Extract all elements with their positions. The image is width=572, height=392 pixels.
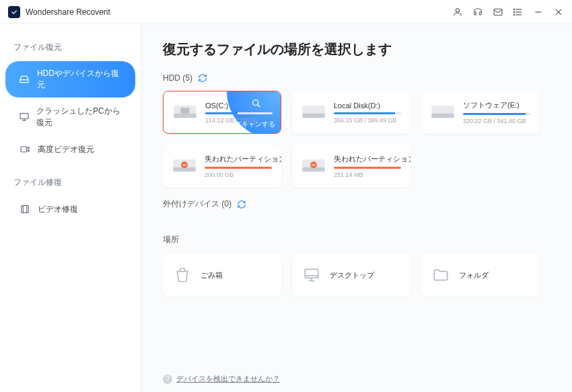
titlebar-left: Wondershare Recoverit (8, 6, 110, 18)
svg-rect-25 (302, 114, 324, 118)
titlebar-controls (452, 7, 564, 17)
drive-name: Local Disk(D:) (334, 102, 401, 110)
main: ファイル復元 HDDやデバイスから復元 クラッシュしたPCから復元 高度ビデオ復… (0, 24, 572, 392)
location-label: ごみ箱 (201, 270, 223, 280)
drive-usage-bar (463, 113, 530, 115)
svg-rect-27 (431, 114, 454, 118)
drive-name: ソフトウェア(E:) (463, 100, 530, 110)
drive-usage-bar (334, 167, 401, 169)
scan-button[interactable]: スキャンする (235, 120, 275, 129)
sidebar-item-label: HDDやデバイスから復元 (37, 68, 122, 91)
desktop-icon (301, 265, 322, 285)
drive-usage-bar (205, 167, 272, 169)
svg-rect-11 (20, 80, 28, 83)
location-folder[interactable]: フォルダ (421, 253, 540, 297)
app-logo (8, 6, 20, 18)
sidebar-item-crash[interactable]: クラッシュしたPCから復元 (5, 99, 135, 135)
location-trash[interactable]: ごみ箱 (163, 253, 281, 297)
drive-capacity: 251.14 MB (334, 171, 402, 178)
trash-icon (172, 265, 192, 285)
group-external-header: 外付けデバイス (0) (163, 198, 550, 210)
drive-row-1: OS(C:) 114.12 GB / 238.00 スキャンする Local D… (163, 91, 550, 134)
svg-rect-31 (183, 165, 186, 166)
location-desktop[interactable]: デスクトップ (292, 253, 410, 297)
hdd-windows-icon (172, 102, 199, 122)
app-title: Wondershare Recoverit (26, 7, 110, 17)
hdd-icon (300, 102, 327, 122)
svg-rect-23 (180, 108, 189, 113)
sidebar-item-label: 高度ビデオ復元 (38, 144, 94, 155)
drive-card-e[interactable]: ソフトウェア(E:) 320.22 GB / 341.80 GB (421, 91, 540, 134)
group-hdd-label: HDD (5) (163, 73, 192, 83)
drive-name: OS(C:) (205, 102, 273, 110)
help-bar: ? デバイスを検出できませんか？ (163, 374, 280, 384)
drive-card-os-c[interactable]: OS(C:) 114.12 GB / 238.00 スキャンする (163, 91, 281, 134)
content-area: 復元するファイルの場所を選択します HDD (5) OS(C:) 114.12 … (141, 24, 572, 392)
monitor-icon (19, 111, 30, 123)
hdd-lost-icon (171, 156, 198, 176)
group-locations-label: 場所 (163, 234, 179, 245)
close-icon[interactable] (553, 7, 564, 17)
hdd-lost-icon (300, 156, 327, 176)
sidebar-item-video-repair[interactable]: ビデオ修復 (5, 196, 135, 222)
location-label: フォルダ (459, 270, 489, 280)
svg-rect-1 (494, 9, 502, 15)
drive-capacity: 356.15 GB / 389.49 GB (334, 117, 401, 124)
location-label: デスクトップ (330, 270, 374, 280)
drive-capacity: 200.00 GB (205, 171, 273, 178)
svg-rect-36 (305, 269, 318, 278)
drive-capacity: 320.22 GB / 341.80 GB (463, 118, 530, 124)
support-icon[interactable] (472, 7, 483, 17)
help-link[interactable]: デバイスを検出できませんか？ (176, 374, 280, 384)
group-hdd-header: HDD (5) (163, 73, 550, 83)
sidebar-item-hdd[interactable]: HDDやデバイスから復元 (5, 61, 135, 97)
svg-rect-15 (21, 147, 27, 152)
film-icon (19, 203, 31, 215)
locations-row: ごみ箱 デスクトップ フォルダ (163, 253, 550, 297)
refresh-icon[interactable] (237, 200, 246, 209)
refresh-icon[interactable] (198, 73, 207, 83)
page-title: 復元するファイルの場所を選択します (163, 40, 550, 58)
drive-icon (19, 73, 30, 85)
drive-name: 失われたパーティション 1 (205, 154, 273, 164)
drive-usage-bar (334, 112, 401, 114)
titlebar: Wondershare Recoverit (0, 0, 572, 24)
svg-rect-16 (22, 206, 29, 213)
drive-card-lost-2[interactable]: 失われたパーティション 2 251.14 MB (292, 145, 410, 188)
sidebar-section-repair: ファイル修復 (0, 171, 141, 195)
help-badge-icon: ? (163, 375, 172, 384)
drive-card-lost-1[interactable]: 失われたパーティション 1 200.00 GB (163, 145, 281, 188)
svg-rect-35 (312, 165, 316, 166)
svg-rect-22 (174, 114, 196, 118)
account-icon[interactable] (452, 7, 463, 17)
svg-point-0 (456, 8, 459, 11)
sidebar-section-recover: ファイル復元 (0, 36, 141, 60)
hdd-icon (429, 102, 456, 122)
drive-usage-bar (205, 112, 273, 114)
minimize-icon[interactable] (533, 7, 544, 17)
svg-rect-12 (20, 114, 28, 119)
drive-row-2: 失われたパーティション 1 200.00 GB 失われたパーティション 2 25… (163, 145, 550, 188)
sidebar: ファイル復元 HDDやデバイスから復元 クラッシュしたPCから復元 高度ビデオ復… (0, 24, 141, 392)
group-external-label: 外付けデバイス (0) (163, 198, 231, 210)
svg-point-6 (513, 11, 514, 12)
drive-card-d[interactable]: Local Disk(D:) 356.15 GB / 389.49 GB (292, 91, 410, 134)
video-icon (19, 143, 31, 155)
svg-point-7 (513, 14, 514, 15)
menu-icon[interactable] (513, 7, 524, 17)
sidebar-item-adv-video[interactable]: 高度ビデオ復元 (5, 136, 135, 162)
sidebar-item-label: ビデオ修復 (38, 204, 78, 215)
folder-icon (431, 265, 451, 285)
sidebar-item-label: クラッシュしたPCから復元 (36, 106, 122, 128)
drive-name: 失われたパーティション 2 (334, 154, 402, 164)
group-locations-header: 場所 (163, 234, 550, 245)
mail-icon[interactable] (493, 7, 503, 17)
svg-point-5 (513, 9, 514, 9)
